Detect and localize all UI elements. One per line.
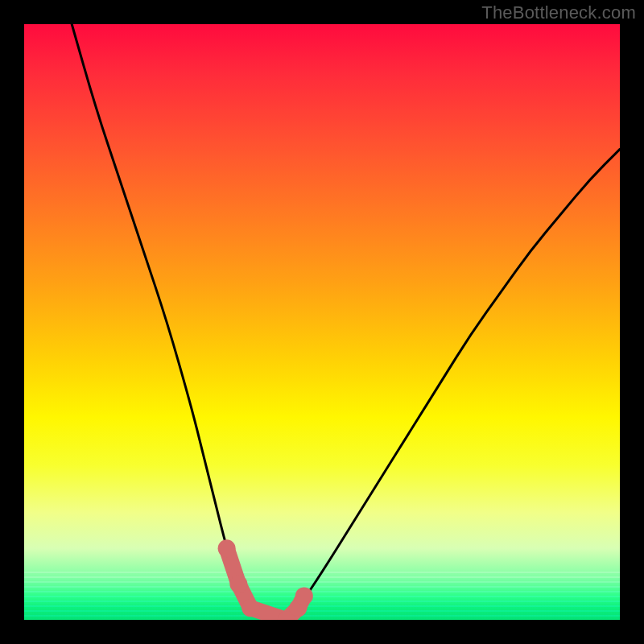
curve-path <box>72 24 620 620</box>
marker-dot <box>242 599 259 617</box>
marker-dot <box>229 576 247 593</box>
watermark-text: TheBottleneck.com <box>481 2 636 23</box>
marker-dot <box>295 587 313 605</box>
bottleneck-curve <box>24 24 620 620</box>
marker-dot <box>218 539 236 557</box>
chart-frame: TheBottleneck.com <box>0 0 644 644</box>
plot-area <box>24 24 620 620</box>
